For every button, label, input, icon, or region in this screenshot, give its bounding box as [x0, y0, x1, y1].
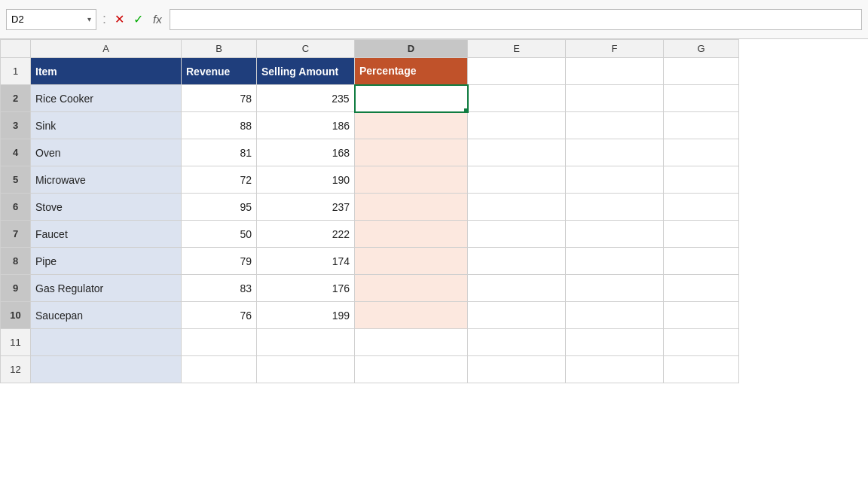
cell-B12[interactable]: [182, 356, 257, 383]
row-header-2[interactable]: 2: [1, 85, 31, 112]
cell-D5[interactable]: [355, 166, 468, 194]
col-header-f[interactable]: F: [566, 40, 664, 58]
col-header-a[interactable]: A: [31, 40, 182, 58]
name-box[interactable]: D2 ▾: [6, 9, 96, 30]
cell-C6[interactable]: 237: [257, 194, 355, 221]
cell-D11[interactable]: [355, 329, 468, 356]
cell-F9[interactable]: [566, 275, 664, 302]
cell-B5[interactable]: 72: [182, 166, 257, 194]
row-header-10[interactable]: 10: [1, 302, 31, 329]
cell-E3[interactable]: [468, 112, 566, 139]
cell-A12[interactable]: [31, 356, 182, 383]
cell-D6[interactable]: [355, 194, 468, 221]
col-header-e[interactable]: E: [468, 40, 566, 58]
cell-E6[interactable]: [468, 194, 566, 221]
cell-E7[interactable]: [468, 221, 566, 248]
cell-C9[interactable]: 176: [257, 275, 355, 302]
cell-C4[interactable]: 168: [257, 139, 355, 166]
cell-E5[interactable]: [468, 166, 566, 194]
cell-B11[interactable]: [182, 329, 257, 356]
cell-G1[interactable]: [664, 58, 739, 85]
cell-B10[interactable]: 76: [182, 302, 257, 329]
cell-F2[interactable]: [566, 85, 664, 112]
cell-A4[interactable]: Oven: [31, 139, 182, 166]
cell-F5[interactable]: [566, 166, 664, 194]
cell-B6[interactable]: 95: [182, 194, 257, 221]
cell-A1[interactable]: Item: [31, 58, 182, 85]
col-header-c[interactable]: C: [257, 40, 355, 58]
cell-C5[interactable]: 190: [257, 166, 355, 194]
name-box-dropdown-icon[interactable]: ▾: [87, 15, 91, 23]
cell-E9[interactable]: [468, 275, 566, 302]
cell-G4[interactable]: [664, 139, 739, 166]
cell-D4[interactable]: [355, 139, 468, 166]
cell-F7[interactable]: [566, 221, 664, 248]
row-header-12[interactable]: 12: [1, 356, 31, 383]
cell-E8[interactable]: [468, 248, 566, 275]
cell-F12[interactable]: [566, 356, 664, 383]
cell-F3[interactable]: [566, 112, 664, 139]
cell-G5[interactable]: [664, 166, 739, 194]
cell-D7[interactable]: [355, 221, 468, 248]
cell-E10[interactable]: [468, 302, 566, 329]
cell-E11[interactable]: [468, 329, 566, 356]
row-header-4[interactable]: 4: [1, 139, 31, 166]
cell-C11[interactable]: [257, 329, 355, 356]
cell-G8[interactable]: [664, 248, 739, 275]
cell-A6[interactable]: Stove: [31, 194, 182, 221]
col-header-d[interactable]: D: [355, 40, 468, 58]
row-header-9[interactable]: 9: [1, 275, 31, 302]
formula-input[interactable]: [170, 9, 862, 30]
cell-C2[interactable]: 235: [257, 85, 355, 112]
cell-G6[interactable]: [664, 194, 739, 221]
cell-A9[interactable]: Gas Regulator: [31, 275, 182, 302]
cell-D9[interactable]: [355, 275, 468, 302]
cell-G7[interactable]: [664, 221, 739, 248]
cell-B4[interactable]: 81: [182, 139, 257, 166]
cell-A2[interactable]: Rice Cooker: [31, 85, 182, 112]
cell-B2[interactable]: 78: [182, 85, 257, 112]
cell-B9[interactable]: 83: [182, 275, 257, 302]
cell-G11[interactable]: [664, 329, 739, 356]
cell-B3[interactable]: 88: [182, 112, 257, 139]
row-header-3[interactable]: 3: [1, 112, 31, 139]
row-header-8[interactable]: 8: [1, 248, 31, 275]
col-header-b[interactable]: B: [182, 40, 257, 58]
row-header-1[interactable]: 1: [1, 58, 31, 85]
cell-E1[interactable]: [468, 58, 566, 85]
cell-G3[interactable]: [664, 112, 739, 139]
cell-G2[interactable]: [664, 85, 739, 112]
cell-C10[interactable]: 199: [257, 302, 355, 329]
cell-D2[interactable]: [355, 85, 468, 112]
cell-E12[interactable]: [468, 356, 566, 383]
cell-D10[interactable]: [355, 302, 468, 329]
cell-G10[interactable]: [664, 302, 739, 329]
cell-D12[interactable]: [355, 356, 468, 383]
cell-D1[interactable]: Percentage: [355, 58, 468, 85]
cell-B8[interactable]: 79: [182, 248, 257, 275]
cancel-icon[interactable]: ✕: [112, 12, 127, 26]
cell-A7[interactable]: Faucet: [31, 221, 182, 248]
cell-B7[interactable]: 50: [182, 221, 257, 248]
row-header-5[interactable]: 5: [1, 166, 31, 194]
cell-A3[interactable]: Sink: [31, 112, 182, 139]
row-header-11[interactable]: 11: [1, 329, 31, 356]
cell-A5[interactable]: Microwave: [31, 166, 182, 194]
cell-F10[interactable]: [566, 302, 664, 329]
cell-C7[interactable]: 222: [257, 221, 355, 248]
confirm-icon[interactable]: ✓: [131, 12, 145, 26]
cell-C8[interactable]: 174: [257, 248, 355, 275]
cell-F1[interactable]: [566, 58, 664, 85]
cell-E4[interactable]: [468, 139, 566, 166]
cell-C1[interactable]: Selling Amount: [257, 58, 355, 85]
cell-G9[interactable]: [664, 275, 739, 302]
cell-D3[interactable]: [355, 112, 468, 139]
row-header-7[interactable]: 7: [1, 221, 31, 248]
cell-F8[interactable]: [566, 248, 664, 275]
cell-C3[interactable]: 186: [257, 112, 355, 139]
row-header-6[interactable]: 6: [1, 194, 31, 221]
cell-A10[interactable]: Saucepan: [31, 302, 182, 329]
cell-A8[interactable]: Pipe: [31, 248, 182, 275]
col-header-g[interactable]: G: [664, 40, 739, 58]
cell-D8[interactable]: [355, 248, 468, 275]
